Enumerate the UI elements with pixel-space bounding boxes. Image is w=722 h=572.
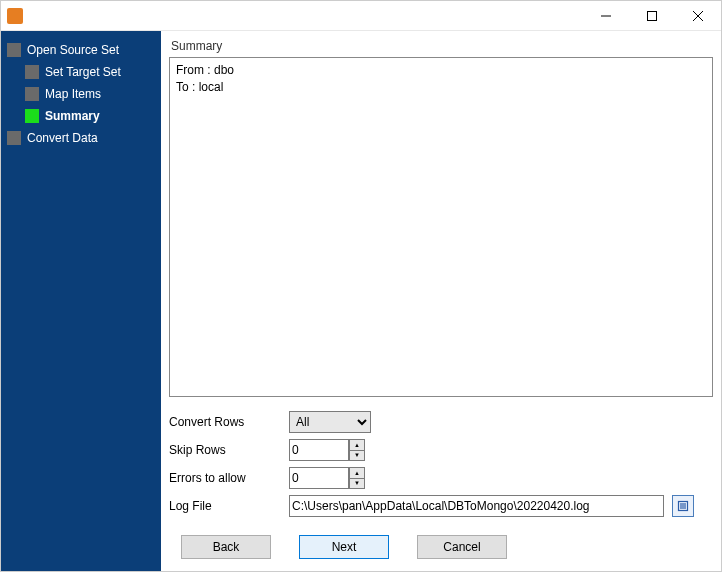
- logfile-label: Log File: [169, 499, 289, 513]
- sidebar-item-label: Set Target Set: [45, 65, 121, 79]
- logfile-control: [289, 495, 694, 517]
- titlebar: [1, 1, 721, 31]
- sidebar-item-summary[interactable]: Summary: [1, 105, 161, 127]
- summary-textarea[interactable]: From : dbo To : local: [169, 57, 713, 397]
- svg-rect-1: [648, 11, 657, 20]
- logfile-input[interactable]: [289, 495, 664, 517]
- convert-rows-row: Convert Rows All: [169, 411, 713, 433]
- titlebar-left: [1, 8, 23, 24]
- spinner-down-icon[interactable]: ▼: [350, 479, 364, 489]
- sidebar-item-label: Summary: [45, 109, 100, 123]
- close-button[interactable]: [675, 1, 721, 30]
- skip-rows-label: Skip Rows: [169, 443, 289, 457]
- errors-row: Errors to allow ▲ ▼: [169, 467, 713, 489]
- options-panel: Convert Rows All Skip Rows ▲ ▼: [169, 411, 713, 523]
- spinner-up-icon[interactable]: ▲: [350, 468, 364, 479]
- logfile-row: Log File: [169, 495, 713, 517]
- convert-rows-label: Convert Rows: [169, 415, 289, 429]
- summary-group-label: Summary: [169, 37, 713, 57]
- skip-rows-row: Skip Rows ▲ ▼: [169, 439, 713, 461]
- wizard-tree: Open Source Set Set Target Set Map Items…: [1, 39, 161, 149]
- sidebar-item-set-target-set[interactable]: Set Target Set: [1, 61, 161, 83]
- errors-control: ▲ ▼: [289, 467, 365, 489]
- sidebar-item-open-source-set[interactable]: Open Source Set: [1, 39, 161, 61]
- sidebar-item-label: Convert Data: [27, 131, 98, 145]
- errors-spinner: ▲ ▼: [289, 467, 365, 489]
- convert-rows-select[interactable]: All: [289, 411, 371, 433]
- spinner-down-icon[interactable]: ▼: [350, 451, 364, 461]
- skip-rows-spinner-buttons: ▲ ▼: [349, 439, 365, 461]
- button-bar: Back Next Cancel: [169, 523, 713, 563]
- main: Open Source Set Set Target Set Map Items…: [1, 31, 721, 571]
- app-icon: [7, 8, 23, 24]
- skip-rows-control: ▲ ▼: [289, 439, 365, 461]
- errors-input[interactable]: [289, 467, 349, 489]
- content: Summary From : dbo To : local Convert Ro…: [161, 31, 721, 571]
- step-box-icon: [25, 65, 39, 79]
- sidebar-item-label: Map Items: [45, 87, 101, 101]
- next-button[interactable]: Next: [299, 535, 389, 559]
- step-box-icon: [7, 43, 21, 57]
- skip-rows-input[interactable]: [289, 439, 349, 461]
- sidebar-item-map-items[interactable]: Map Items: [1, 83, 161, 105]
- logfile-browse-button[interactable]: [672, 495, 694, 517]
- step-box-icon: [7, 131, 21, 145]
- minimize-button[interactable]: [583, 1, 629, 30]
- window-controls: [583, 1, 721, 30]
- maximize-button[interactable]: [629, 1, 675, 30]
- sidebar: Open Source Set Set Target Set Map Items…: [1, 31, 161, 571]
- errors-label: Errors to allow: [169, 471, 289, 485]
- step-box-icon: [25, 87, 39, 101]
- step-box-icon: [25, 109, 39, 123]
- errors-spinner-buttons: ▲ ▼: [349, 467, 365, 489]
- cancel-button[interactable]: Cancel: [417, 535, 507, 559]
- convert-rows-control: All: [289, 411, 371, 433]
- back-button[interactable]: Back: [181, 535, 271, 559]
- skip-rows-spinner: ▲ ▼: [289, 439, 365, 461]
- sidebar-item-label: Open Source Set: [27, 43, 119, 57]
- spinner-up-icon[interactable]: ▲: [350, 440, 364, 451]
- sidebar-item-convert-data[interactable]: Convert Data: [1, 127, 161, 149]
